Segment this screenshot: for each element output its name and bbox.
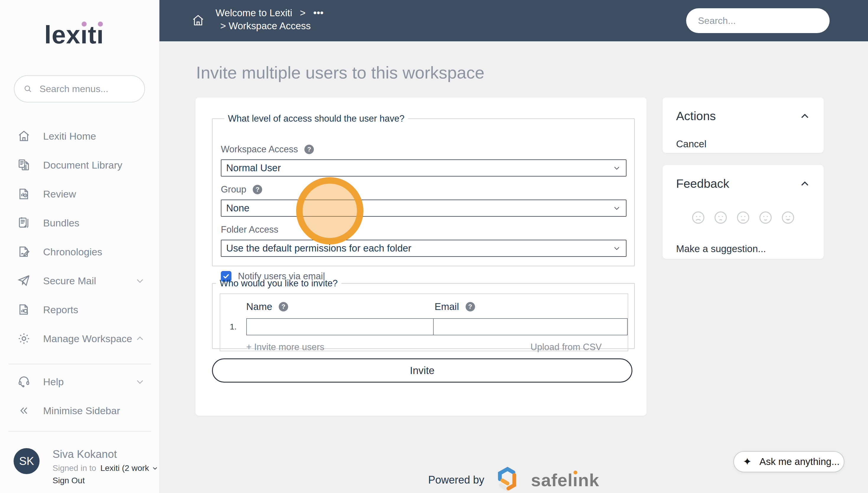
invitee-email-input[interactable] xyxy=(433,318,628,335)
home-icon xyxy=(17,129,31,143)
user-name: Siva Kokanot xyxy=(52,448,158,460)
minimise-sidebar-button[interactable]: Minimise Sidebar xyxy=(0,396,159,425)
invite-table: Name ? Email ? 1. + Invite more users Up… xyxy=(220,294,628,351)
help-icon[interactable]: ? xyxy=(279,302,288,312)
group-label: Group xyxy=(221,184,246,195)
tenant-switcher[interactable]: Lexiti (2 work xyxy=(101,464,158,473)
sidebar-item-label: Bundles xyxy=(43,217,145,229)
sidebar-item-label: Secure Mail xyxy=(43,275,135,287)
sidebar-item-label: Lexiti Home xyxy=(43,130,145,142)
folder-access-select[interactable]: Use the default permissions for each fol… xyxy=(221,240,627,257)
access-legend: What level of access should the user hav… xyxy=(224,113,408,124)
face-very-happy-icon[interactable] xyxy=(781,210,795,225)
menu-search-input[interactable] xyxy=(40,84,135,94)
face-happy-icon[interactable] xyxy=(758,210,773,225)
group-select[interactable]: None xyxy=(221,199,627,217)
breadcrumb-ellipsis[interactable]: ••• xyxy=(313,6,324,20)
safelink-logo-icon xyxy=(495,467,520,493)
sidebar-item-review[interactable]: Review xyxy=(0,179,159,209)
chevron-down-icon xyxy=(613,244,621,252)
headset-icon xyxy=(17,375,31,388)
invite-row: 1. xyxy=(220,318,628,335)
top-header: Welcome to Lexiti > ••• > Workspace Acce… xyxy=(159,0,868,41)
breadcrumb: Welcome to Lexiti > ••• > Workspace Acce… xyxy=(191,6,324,33)
document-chart-icon xyxy=(17,187,31,201)
breadcrumb-root[interactable]: Welcome to Lexiti xyxy=(216,6,292,20)
feedback-title: Feedback xyxy=(676,177,729,191)
invitee-name-input[interactable] xyxy=(246,318,434,335)
sidebar-divider xyxy=(8,364,151,364)
global-search-input[interactable] xyxy=(698,15,822,26)
sidebar-item-chronologies[interactable]: Chronologies xyxy=(0,237,159,266)
access-fieldset: What level of access should the user hav… xyxy=(212,113,635,266)
documents-icon xyxy=(17,158,31,172)
search-icon xyxy=(23,84,32,94)
make-suggestion-link[interactable]: Make a suggestion... xyxy=(676,243,766,255)
lexiti-logo: lexıtı xyxy=(44,20,104,49)
sidebar-item-bundles[interactable]: Bundles xyxy=(0,209,159,237)
invite-button[interactable]: Invite xyxy=(212,358,632,383)
document-magnifier-icon xyxy=(17,303,31,317)
sidebar: lexıtı Lexiti Home Document Library Revi… xyxy=(0,0,159,493)
help-icon[interactable]: ? xyxy=(304,145,314,154)
page-title: Invite multiple users to this workspace xyxy=(196,63,484,82)
chevron-down-icon xyxy=(151,465,158,472)
actions-title: Actions xyxy=(676,109,716,123)
sidebar-divider xyxy=(8,431,151,432)
minimise-sidebar-label: Minimise Sidebar xyxy=(43,405,120,416)
chevron-down-icon xyxy=(135,377,145,386)
safelink-wordmark: safelınk xyxy=(531,470,599,490)
breadcrumb-current: > Workspace Access xyxy=(220,20,324,33)
help-icon[interactable]: ? xyxy=(253,185,262,194)
breadcrumb-separator: > xyxy=(300,6,306,20)
help-icon[interactable]: ? xyxy=(465,302,475,312)
invite-fieldset: Who would you like to invite? Name ? Ema… xyxy=(212,278,635,349)
assistant-placeholder: Ask me anything... xyxy=(759,456,839,467)
chevron-down-icon xyxy=(613,164,621,172)
sidebar-item-manage-workspace[interactable]: Manage Workspace xyxy=(0,324,159,353)
clipboard-icon xyxy=(17,216,31,230)
workspace-access-select[interactable]: Normal User xyxy=(221,159,627,176)
chevron-down-icon xyxy=(135,276,145,285)
name-column-header: Name xyxy=(246,301,272,312)
sidebar-item-secure-mail[interactable]: Secure Mail xyxy=(0,266,159,295)
chevron-up-icon xyxy=(135,334,145,343)
email-column-header: Email xyxy=(435,301,459,312)
chevron-down-icon xyxy=(613,204,621,212)
gear-icon xyxy=(17,332,31,345)
paper-plane-icon xyxy=(17,274,31,287)
sidebar-item-lexiti-home[interactable]: Lexiti Home xyxy=(0,122,159,151)
sidebar-item-label: Document Library xyxy=(43,159,145,171)
face-neutral-icon[interactable] xyxy=(736,210,751,225)
invite-more-users-link[interactable]: + Invite more users xyxy=(246,342,324,352)
sidebar-item-label: Help xyxy=(43,376,135,388)
powered-by-label: Powered by xyxy=(428,474,484,486)
signed-in-label: Signed in to xyxy=(52,464,96,473)
assistant-widget[interactable]: ✦ Ask me anything... xyxy=(733,451,844,472)
upload-from-csv-link[interactable]: Upload from CSV xyxy=(530,342,602,352)
sidebar-item-help[interactable]: Help xyxy=(0,367,159,396)
sign-out-link[interactable]: Sign Out xyxy=(52,476,158,485)
invite-form-card: What level of access should the user hav… xyxy=(195,98,647,416)
sparkle-icon: ✦ xyxy=(743,456,752,467)
sidebar-item-label: Manage Workspace xyxy=(43,333,135,344)
menu-search xyxy=(14,75,145,103)
sidebar-item-label: Review xyxy=(43,188,145,200)
global-search xyxy=(686,8,830,33)
double-chevron-left-icon xyxy=(17,405,31,416)
face-very-sad-icon[interactable] xyxy=(691,210,706,225)
folder-access-label: Folder Access xyxy=(221,224,278,235)
cancel-link[interactable]: Cancel xyxy=(676,138,707,150)
collapse-chevron-up-icon[interactable] xyxy=(800,178,810,189)
sidebar-item-reports[interactable]: Reports xyxy=(0,295,159,324)
home-icon[interactable] xyxy=(191,14,205,27)
sidebar-nav: Lexiti Home Document Library Review Bund… xyxy=(0,122,159,353)
feedback-panel: Feedback Make a suggestion... xyxy=(663,165,824,259)
row-number: 1. xyxy=(220,322,246,331)
invite-legend: Who would you like to invite? xyxy=(216,278,341,289)
avatar: SK xyxy=(14,448,40,474)
face-sad-icon[interactable] xyxy=(713,210,728,225)
sidebar-item-document-library[interactable]: Document Library xyxy=(0,151,159,179)
user-box: SK Siva Kokanot Signed in to Lexiti (2 w… xyxy=(14,448,152,485)
collapse-chevron-up-icon[interactable] xyxy=(800,111,810,122)
